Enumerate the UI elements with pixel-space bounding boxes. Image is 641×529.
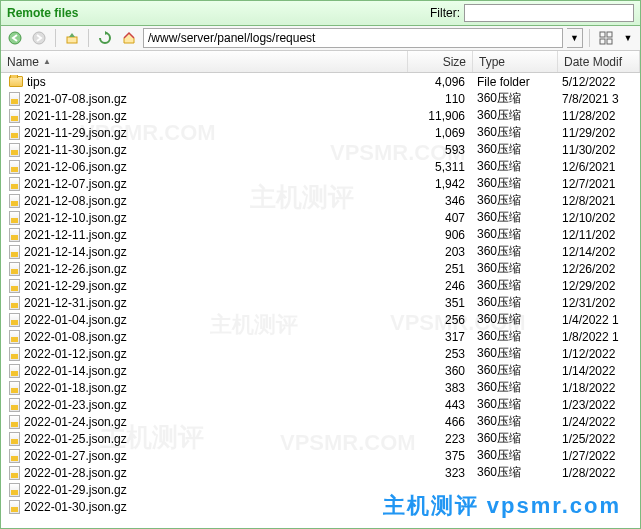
cell-size: 4,096 (406, 75, 471, 89)
cell-name: 2022-01-23.json.gz (3, 398, 406, 412)
toolbar: /www/server/panel/logs/request ▼ ▼ (1, 26, 640, 51)
file-row[interactable]: 2021-12-29.json.gz246360压缩12/29/202 (1, 277, 640, 294)
file-row[interactable]: 2022-01-24.json.gz466360压缩1/24/2022 (1, 413, 640, 430)
home-button[interactable] (119, 28, 139, 48)
header-date[interactable]: Date Modif (558, 51, 640, 72)
cell-name: 2021-11-30.json.gz (3, 143, 406, 157)
cell-size: 906 (406, 228, 471, 242)
file-row[interactable]: 2021-12-10.json.gz407360压缩12/10/202 (1, 209, 640, 226)
forward-button[interactable] (29, 28, 49, 48)
file-row[interactable]: 2022-01-27.json.gz375360压缩1/27/2022 (1, 447, 640, 464)
archive-icon (9, 347, 20, 361)
archive-icon (9, 262, 20, 276)
file-name: 2021-12-11.json.gz (24, 228, 127, 242)
panel-title: Remote files (7, 6, 78, 20)
remote-files-panel: Remote files Filter: /www/server/panel/l… (0, 0, 641, 529)
file-row[interactable]: 2022-01-18.json.gz383360压缩1/18/2022 (1, 379, 640, 396)
file-row[interactable]: 2021-12-08.json.gz346360压缩12/8/2021 (1, 192, 640, 209)
file-name: 2021-12-29.json.gz (24, 279, 127, 293)
back-button[interactable] (5, 28, 25, 48)
svg-rect-4 (607, 32, 612, 37)
cell-size: 203 (406, 245, 471, 259)
file-row[interactable]: 2021-12-31.json.gz351360压缩12/31/202 (1, 294, 640, 311)
cell-size: 110 (406, 92, 471, 106)
cell-name: 2022-01-24.json.gz (3, 415, 406, 429)
cell-name: 2022-01-30.json.gz (3, 500, 406, 514)
file-name: 2021-12-31.json.gz (24, 296, 127, 310)
archive-icon (9, 415, 20, 429)
cell-date: 12/10/202 (556, 211, 638, 225)
cell-size: 317 (406, 330, 471, 344)
path-text: /www/server/panel/logs/request (148, 31, 315, 45)
file-list[interactable]: tips4,096File folder5/12/20222021-07-08.… (1, 73, 640, 528)
cell-type: File folder (471, 75, 556, 89)
cell-type: 360压缩 (471, 158, 556, 175)
filter-input[interactable] (464, 4, 634, 22)
filter-label: Filter: (430, 6, 460, 20)
cell-date: 12/31/202 (556, 296, 638, 310)
archive-icon (9, 245, 20, 259)
svg-point-1 (33, 32, 45, 44)
cell-date: 5/12/2022 (556, 75, 638, 89)
file-row[interactable]: 2021-12-14.json.gz203360压缩12/14/202 (1, 243, 640, 260)
file-name: 2021-11-28.json.gz (24, 109, 127, 123)
cell-size: 407 (406, 211, 471, 225)
file-row[interactable]: 2021-12-11.json.gz906360压缩12/11/202 (1, 226, 640, 243)
archive-icon (9, 109, 20, 123)
header-name[interactable]: Name▲ (1, 51, 408, 72)
view-button[interactable] (596, 28, 616, 48)
cell-type: 360压缩 (471, 430, 556, 447)
cell-date: 11/29/202 (556, 126, 638, 140)
file-row[interactable]: 2021-12-07.json.gz1,942360压缩12/7/2021 (1, 175, 640, 192)
file-name: 2021-12-07.json.gz (24, 177, 127, 191)
file-row[interactable]: 2021-12-26.json.gz251360压缩12/26/202 (1, 260, 640, 277)
archive-icon (9, 160, 20, 174)
cell-size: 466 (406, 415, 471, 429)
cell-name: 2021-11-29.json.gz (3, 126, 406, 140)
file-row[interactable]: 2022-01-28.json.gz323360压缩1/28/2022 (1, 464, 640, 481)
header-type[interactable]: Type (473, 51, 558, 72)
file-row[interactable]: 2022-01-25.json.gz223360压缩1/25/2022 (1, 430, 640, 447)
path-input[interactable]: /www/server/panel/logs/request (143, 28, 563, 48)
cell-size: 351 (406, 296, 471, 310)
file-name: 2021-12-14.json.gz (24, 245, 127, 259)
separator (589, 29, 590, 47)
file-row[interactable]: 2022-01-08.json.gz317360压缩1/8/2022 1 (1, 328, 640, 345)
file-row[interactable]: 2021-11-28.json.gz11,906360压缩11/28/202 (1, 107, 640, 124)
cell-type: 360压缩 (471, 413, 556, 430)
file-row[interactable]: 2021-07-08.json.gz110360压缩7/8/2021 3 (1, 90, 640, 107)
up-button[interactable] (62, 28, 82, 48)
file-row[interactable]: 2021-12-06.json.gz5,311360压缩12/6/2021 (1, 158, 640, 175)
file-row[interactable]: 2022-01-23.json.gz443360压缩1/23/2022 (1, 396, 640, 413)
cell-type: 360压缩 (471, 90, 556, 107)
separator (55, 29, 56, 47)
archive-icon (9, 211, 20, 225)
cell-date: 1/23/2022 (556, 398, 638, 412)
cell-date: 1/24/2022 (556, 415, 638, 429)
archive-icon (9, 381, 20, 395)
path-dropdown[interactable]: ▼ (567, 28, 583, 48)
file-row[interactable]: 2022-01-14.json.gz360360压缩1/14/2022 (1, 362, 640, 379)
file-row[interactable]: 2021-11-29.json.gz1,069360压缩11/29/202 (1, 124, 640, 141)
cell-date: 1/25/2022 (556, 432, 638, 446)
view-dropdown[interactable]: ▼ (620, 28, 636, 48)
cell-name: 2022-01-28.json.gz (3, 466, 406, 480)
svg-rect-6 (607, 39, 612, 44)
header-size[interactable]: Size (408, 51, 473, 72)
svg-point-0 (9, 32, 21, 44)
refresh-button[interactable] (95, 28, 115, 48)
file-name: 2022-01-14.json.gz (24, 364, 127, 378)
cell-size: 253 (406, 347, 471, 361)
cell-name: 2021-12-10.json.gz (3, 211, 406, 225)
file-row[interactable]: 2021-11-30.json.gz593360压缩11/30/202 (1, 141, 640, 158)
file-name: 2021-07-08.json.gz (24, 92, 127, 106)
cell-type: 360压缩 (471, 277, 556, 294)
archive-icon (9, 92, 20, 106)
cell-type: 360压缩 (471, 243, 556, 260)
file-name: 2022-01-28.json.gz (24, 466, 127, 480)
archive-icon (9, 330, 20, 344)
file-row[interactable]: tips4,096File folder5/12/2022 (1, 73, 640, 90)
cell-name: 2022-01-14.json.gz (3, 364, 406, 378)
file-row[interactable]: 2022-01-12.json.gz253360压缩1/12/2022 (1, 345, 640, 362)
file-row[interactable]: 2022-01-04.json.gz256360压缩1/4/2022 1 (1, 311, 640, 328)
